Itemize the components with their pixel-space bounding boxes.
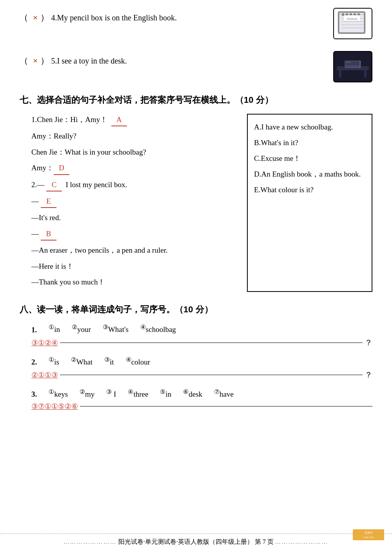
item-num-2: 2. (31, 358, 37, 366)
options-box: A.I have a new schoolbag. B.What's in it… (247, 114, 372, 292)
dial-line-1-3: Chen Jie：What is in your schoolbag? (31, 146, 239, 158)
answer-text-3: ③⑦①①⑤②⑥ (31, 402, 78, 411)
qmark-2: ？ (365, 370, 372, 380)
answer-text-2: ②①①③ (31, 370, 58, 379)
answer-row-3: ③⑦①①⑤②⑥ (31, 402, 372, 411)
option-B: B.What's in it? (254, 135, 365, 151)
footer-text: 阳光试卷·单元测试卷·英语人教版（四年级上册） 第 7 页 (118, 538, 274, 545)
option-E: E.What colour is it? (254, 182, 365, 198)
item-num-1: 1. (31, 326, 37, 334)
watermark-badge: 告家长 mxqe.com (353, 529, 384, 541)
answer-line-3 (80, 406, 372, 406)
dial-line-2-2: — E (31, 195, 239, 208)
footer: …………………… 阳光试卷·单元测试卷·英语人教版（四年级上册） 第 7 页 …… (0, 534, 392, 546)
dial-line-1-2: Amy：Really? (31, 130, 239, 142)
word-3-3: ③ I (106, 388, 116, 399)
word-3-2: ②my (80, 388, 94, 399)
svg-text:Notebook: Notebook (347, 17, 358, 20)
dialogue-left: 1.Chen Jie：Hi，Amy！ A Amy：Really? Chen Ji… (20, 114, 239, 292)
bracket-close-5: ） (40, 55, 49, 67)
answer-text-1: ③①②④ (31, 338, 58, 347)
tf-item-5: （ × ） 5.I see a toy in the desk. (20, 51, 372, 82)
bracket-close-4: ） (40, 12, 49, 24)
bracket-open-5: （ (20, 55, 28, 67)
tf-mark-5: × (33, 56, 38, 66)
word-2-3: ③it (104, 356, 114, 366)
extra-1: —An eraser，two pencils，a pen and a ruler… (31, 244, 239, 256)
option-C: C.Excuse me！ (254, 151, 365, 166)
svg-rect-17 (364, 70, 367, 78)
svg-rect-16 (339, 70, 341, 78)
item-num-3: 3. (31, 390, 37, 399)
svg-rect-21 (346, 62, 351, 63)
word-3-5: ⑤in (160, 388, 171, 399)
answer-2-1: C (46, 179, 62, 191)
word-3-7: ⑦have (214, 388, 234, 399)
words-row-1: 1. ①in ②your ③What's ④schoolbag (31, 323, 372, 334)
tf-text-5: 5.I see a toy in the desk. (51, 56, 127, 66)
word-3-1: ①keys (49, 388, 68, 399)
page: （ × ） 4.My pencil box is on the English … (0, 0, 392, 554)
word-3-6: ⑥desk (183, 388, 202, 399)
dialogue-container: 1.Chen Jie：Hi，Amy！ A Amy：Really? Chen Ji… (20, 114, 372, 292)
svg-rect-19 (345, 66, 361, 67)
answer-2-2: E (41, 195, 56, 208)
answer-line-2 (60, 375, 363, 375)
extra-lines: —An eraser，two pencils，a pen and a ruler… (31, 244, 239, 288)
section8-header: 八、读一读，将单词连成句子，写序号。（10 分） (20, 304, 372, 315)
bracket-open-4: （ (20, 12, 28, 24)
tf-text-4: 4.My pencil box is on the English book. (51, 13, 177, 22)
notebook-image: Notebook (333, 8, 372, 39)
answer-1-1: A (111, 114, 127, 126)
dial-line-2-3: —It's red. (31, 212, 239, 224)
svg-text:mxqe.com: mxqe.com (363, 536, 374, 538)
word-order-item-3: 3. ①keys ②my ③ I ④three ⑤in ⑥desk ⑦have … (31, 388, 372, 411)
notebook-svg: Notebook (335, 10, 370, 37)
words-row-3: 3. ①keys ②my ③ I ④three ⑤in ⑥desk ⑦have (31, 388, 372, 399)
answer-line-1 (60, 343, 363, 343)
word-2-1: ①is (49, 356, 59, 366)
desk-svg (335, 53, 370, 80)
desk-image (333, 51, 372, 82)
words-row-2: 2. ①is ②What ③it ④colour (31, 356, 372, 366)
word-order-item-2: 2. ①is ②What ③it ④colour ②①①③ ？ (31, 356, 372, 380)
word-1-2: ②your (72, 323, 91, 334)
option-D: D.An English book，a maths book. (254, 166, 365, 182)
svg-point-7 (342, 13, 344, 16)
dialogue-1: 1.Chen Jie：Hi，Amy！ A Amy：Really? Chen Ji… (31, 114, 239, 175)
word-1-4: ④schoolbag (140, 323, 176, 334)
dial-line-2-1: 2.— C I lost my pencil box. (31, 179, 239, 191)
qmark-1: ？ (365, 337, 372, 348)
tf-section: （ × ） 4.My pencil box is on the English … (20, 8, 372, 82)
svg-text:告家长: 告家长 (365, 531, 373, 534)
word-3-4: ④three (128, 388, 148, 399)
tf-item-4: （ × ） 4.My pencil box is on the English … (20, 8, 372, 39)
dial-line-1-1: 1.Chen Jie：Hi，Amy！ A (31, 114, 239, 126)
dial-line-1-4: Amy：D (31, 162, 239, 175)
answer-row-2: ②①①③ ？ (31, 370, 372, 380)
answer-2-4: B (41, 228, 56, 241)
watermark: 告家长 mxqe.com (353, 529, 384, 542)
option-A: A.I have a new schoolbag. (254, 119, 365, 135)
extra-3: —Thank you so much！ (31, 276, 239, 288)
extra-2: —Here it is！ (31, 261, 239, 272)
word-2-2: ②What (71, 356, 93, 366)
word-order-item-1: 1. ①in ②your ③What's ④schoolbag ③①②④ ？ (31, 323, 372, 348)
section8: 八、读一读，将单词连成句子，写序号。（10 分） 1. ①in ②your ③W… (20, 304, 372, 411)
footer-dots-right: …………………… (275, 539, 328, 545)
section7-header: 七、选择合适的句子补全对话，把答案序号写在横线上。（10 分） (20, 94, 372, 106)
tf-mark-4: × (33, 13, 38, 23)
word-1-3: ③What's (103, 323, 129, 334)
answer-1-4: D (54, 162, 69, 175)
footer-dots-left: …………………… (64, 539, 117, 545)
word-2-4: ④colour (126, 356, 151, 366)
word-1-1: ①in (49, 323, 60, 334)
dialogue-2: 2.— C I lost my pencil box. — E —It's re… (31, 179, 239, 241)
answer-row-1: ③①②④ ？ (31, 337, 372, 348)
dial-line-2-4: — B (31, 228, 239, 241)
